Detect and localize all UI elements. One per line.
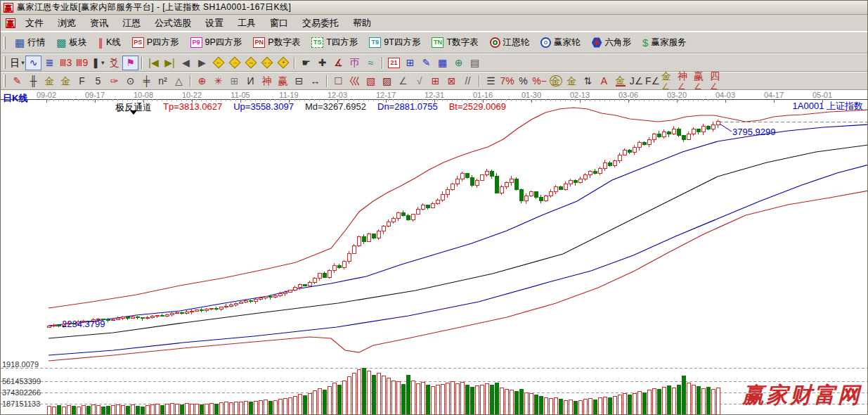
prev-bar-button[interactable]: ◀: [178, 56, 194, 70]
winner-wheel-button[interactable]: 赢家轮: [535, 34, 586, 51]
bars-3-button[interactable]: Ⅲ3: [58, 56, 74, 70]
menu-trade-entrust[interactable]: 交易委托: [295, 15, 346, 32]
spiral-lines-button[interactable]: 5: [90, 74, 106, 89]
color-k-button[interactable]: ⚑: [122, 56, 138, 70]
toolbar-grip[interactable]: [4, 56, 6, 69]
gold-circle-button[interactable]: 金: [548, 74, 564, 89]
9t-square-button[interactable]: T99T四方形: [363, 34, 426, 51]
gold-line-button[interactable]: 金: [564, 74, 580, 89]
hexagon-button[interactable]: 六角形: [586, 34, 637, 51]
next-bar-button[interactable]: ▶: [194, 56, 210, 70]
target-cross-button[interactable]: ⊕: [194, 74, 210, 89]
check-wave-button[interactable]: √: [411, 74, 427, 89]
f-angle-button[interactable]: F∠: [644, 74, 661, 89]
price-box-button[interactable]: ☐: [330, 74, 346, 89]
child-window-icon[interactable]: 赢: [6, 18, 15, 28]
menu-news[interactable]: 资讯: [83, 15, 115, 32]
calculator-button[interactable]: ⊞: [402, 56, 418, 70]
updown-flag-button[interactable]: ⇅: [580, 74, 596, 89]
save-button[interactable]: ▦: [434, 56, 451, 70]
pct-line-button[interactable]: %−: [531, 74, 548, 89]
ying-angle-button[interactable]: 赢∠: [693, 74, 709, 89]
shift-right-button[interactable]: →: [226, 56, 242, 70]
9p-square-button[interactable]: P99P四方形: [185, 34, 248, 51]
first-screen-button[interactable]: |◀: [145, 56, 162, 70]
t-number-table-button[interactable]: TNT数字表: [426, 34, 484, 51]
chart-svg[interactable]: [1, 90, 867, 414]
kline-button[interactable]: ∥K线: [92, 34, 126, 51]
candle-type-dropdown[interactable]: ▾: [101, 59, 105, 66]
info-list-button[interactable]: ≣: [41, 56, 58, 70]
red-pen-button[interactable]: ✑: [106, 74, 122, 89]
gold-under-button[interactable]: 金: [612, 74, 628, 89]
a-wave-button[interactable]: A: [596, 74, 612, 89]
fit-all-button[interactable]: +: [275, 56, 291, 70]
ying-grid-button[interactable]: 赢: [275, 74, 291, 89]
menu-settings[interactable]: 设置: [198, 15, 231, 32]
zoom-out-h-button[interactable]: ↔: [242, 56, 259, 70]
calendar-button[interactable]: 21: [386, 56, 402, 70]
gann-wheel-button[interactable]: 江恩轮: [484, 34, 536, 51]
p-number-table-button[interactable]: PNP数字表: [247, 34, 306, 51]
menu-help[interactable]: 帮助: [346, 15, 378, 32]
period-pane-label[interactable]: 日K线: [3, 92, 27, 105]
gold-angle-button[interactable]: 金∠: [661, 74, 677, 89]
wave-mark-button[interactable]: ≈: [363, 56, 379, 70]
angle-rays-button[interactable]: ∠: [395, 74, 411, 89]
shift-left-button[interactable]: ←: [210, 56, 226, 70]
j-angle-button[interactable]: J∠: [628, 74, 644, 89]
print-button[interactable]: ▤: [467, 56, 483, 70]
chart-area[interactable]: 日K线 09-0209-1710-0810-2211-0511-1912-031…: [1, 90, 867, 414]
gold-split-1-button[interactable]: 金: [41, 74, 58, 89]
h-extent-button[interactable]: ↔: [307, 74, 323, 89]
mirror-angle-button[interactable]: △: [171, 74, 187, 89]
parallel-lines-button[interactable]: //: [460, 74, 476, 89]
si-angle-button[interactable]: 四∠: [709, 74, 725, 89]
menu-gann[interactable]: 江恩: [115, 15, 148, 32]
bars-9-button[interactable]: Ⅲ9: [74, 56, 90, 70]
menu-browse[interactable]: 浏览: [51, 15, 83, 32]
vgrid-lines-button[interactable]: ╫: [25, 74, 41, 89]
n-square-button[interactable]: n²: [155, 74, 171, 89]
shen-grid-button[interactable]: 神: [259, 74, 275, 89]
fan-box-dark-button[interactable]: ▨: [379, 74, 395, 89]
spider-web-button[interactable]: ✳: [210, 74, 226, 89]
t-square-button[interactable]: TST四方形: [306, 34, 363, 51]
drag-hand-button[interactable]: ☛: [298, 56, 314, 70]
grid-red-button[interactable]: ⊞: [427, 74, 443, 89]
zoom-in-h-button[interactable]: →←: [259, 56, 275, 70]
title-bar[interactable]: 赢 赢家江恩专业版[赢家内部服务平台] - [上证指数 SH1A0001-167…: [1, 1, 867, 15]
notes-button[interactable]: ✎: [418, 56, 434, 70]
menu-window[interactable]: 窗口: [263, 15, 295, 32]
candle-type-button[interactable]: ❚▾: [90, 56, 106, 70]
grid-red-2-button[interactable]: ⊠: [443, 74, 460, 89]
winner-service-button[interactable]: $赢家服务: [637, 34, 692, 51]
gold-split-2-button[interactable]: 金: [58, 74, 74, 89]
menu-tools[interactable]: 工具: [231, 15, 263, 32]
crosshair-button[interactable]: ✚: [314, 56, 330, 70]
fan-box-button[interactable]: ▧: [363, 74, 379, 89]
time-ruler-button[interactable]: ╪: [138, 74, 155, 89]
square-web-button[interactable]: ⊞: [226, 74, 242, 89]
toolbar-grip[interactable]: [4, 37, 6, 49]
quotes-button[interactable]: ▦行情: [9, 34, 51, 51]
overlay-curve-button[interactable]: ∿: [25, 56, 41, 70]
gann-mark-button[interactable]: 帀: [346, 56, 363, 70]
ruler-123-button[interactable]: ⊟: [291, 74, 307, 89]
last-screen-button[interactable]: ▶|: [162, 56, 178, 70]
data-export-button[interactable]: ⊕: [451, 56, 467, 70]
p-square-button[interactable]: PSP四方形: [127, 34, 185, 51]
sectors-button[interactable]: ▩板块: [51, 34, 92, 51]
k-pattern-button[interactable]: 爻: [106, 56, 122, 70]
toolbar-grip[interactable]: [4, 75, 6, 87]
period-day-dropdown[interactable]: ▾: [21, 59, 25, 66]
fib-lines-button[interactable]: F: [74, 74, 90, 89]
angle-measure-button[interactable]: ∡: [330, 56, 346, 70]
gann-circle-tool-button[interactable]: ⊙: [122, 74, 138, 89]
pct-button[interactable]: %: [515, 74, 531, 89]
shen-angle-button[interactable]: 神∠: [677, 74, 693, 89]
eraser-pen-button[interactable]: ✎: [9, 74, 25, 89]
pct-7-button[interactable]: 7%: [499, 74, 515, 89]
price-scale-button[interactable]: ☰: [483, 74, 499, 89]
wave-kn-button[interactable]: И: [242, 74, 259, 89]
